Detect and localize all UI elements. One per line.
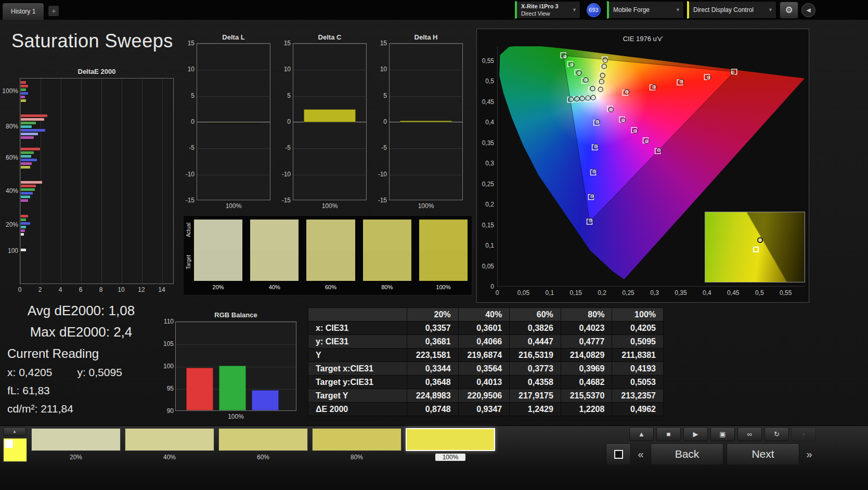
cie-ytick: 0,3: [485, 160, 494, 167]
saturation-swatch-color: [194, 220, 242, 281]
cie-xtick: 0,05: [517, 289, 529, 296]
xy-reading: x: 0,4205 y: 0,5095: [3, 366, 159, 379]
deltae-bar: [21, 162, 32, 165]
row-label: x: CIE31: [308, 321, 407, 335]
actual-color: [306, 220, 355, 250]
deltae-group: 100%: [20, 79, 173, 112]
delta-l-chart: Delta L 151050-5-10-15 100%: [183, 33, 273, 214]
table-cell: 211,8381: [612, 349, 664, 362]
history-tab[interactable]: History 1: [2, 3, 44, 20]
pattern-swatch-100[interactable]: 100%: [406, 428, 495, 461]
table-header-cell: 100%: [612, 308, 664, 321]
table-cell: 220,9506: [458, 389, 510, 403]
pattern-swatch-60[interactable]: 60%: [218, 428, 308, 461]
collapse-toolbar-button[interactable]: ◀: [801, 3, 815, 17]
first-page-icon[interactable]: «: [634, 448, 647, 460]
delta-ytick: 5: [183, 92, 195, 99]
add-tab-button[interactable]: +: [48, 6, 59, 16]
deltae-bar: [21, 96, 25, 98]
cie-ytick: 0,35: [482, 139, 494, 147]
delta-ytick: -5: [375, 144, 387, 151]
table-cell: 224,8983: [407, 389, 459, 403]
rgb-balance-bar: [252, 390, 279, 410]
pattern-swatch-color: [312, 428, 401, 451]
inactive-button[interactable]: ▫: [792, 427, 816, 441]
avg-de2000: Avg dE2000: 1,08: [3, 303, 159, 319]
cie-measure-marker: [598, 87, 603, 92]
delta-ytick: 15: [375, 40, 387, 47]
table-cell: 0,3969: [561, 362, 612, 376]
cie-ytick: 0,2: [485, 201, 494, 208]
stop-button[interactable]: ■: [656, 427, 681, 441]
pattern-window-button[interactable]: [606, 443, 631, 465]
continuous-read-button[interactable]: ∞: [737, 427, 762, 441]
pattern-swatch-20[interactable]: 20%: [31, 428, 121, 461]
meter-dropdown[interactable]: X-Rite i1Pro 3 Direct View ▼: [515, 1, 580, 19]
table-header-cell: 40%: [458, 308, 510, 321]
cie-ytick: 0,15: [482, 222, 494, 229]
page-title: Saturation Sweeps: [11, 30, 173, 52]
pattern-swatch-80[interactable]: 80%: [312, 428, 401, 461]
cie-measure-marker: [652, 85, 656, 89]
delta-l-title: Delta L: [197, 33, 270, 41]
window-pattern-icon: [614, 450, 623, 459]
delta-c-bar: [304, 109, 356, 122]
delta-c-plot: [293, 43, 367, 200]
table-cell: 214,0829: [561, 349, 612, 362]
saturation-swatch-color: [250, 220, 299, 281]
deltae-bar: [21, 155, 31, 158]
cie-measure-marker: [730, 70, 735, 75]
pattern-preview: [3, 438, 27, 462]
top-bar-controls: X-Rite i1Pro 3 Direct View ▼ 693 Mobile …: [515, 0, 815, 20]
cie-xtick: 0,35: [675, 289, 686, 296]
deltae-bar: [21, 215, 28, 217]
repeat-button[interactable]: ↻: [765, 427, 789, 441]
collapse-panel-button[interactable]: ▲: [629, 427, 654, 441]
rgb-balance-title: RGB Balance: [175, 311, 296, 319]
cie-xtick: 0,15: [570, 289, 582, 296]
pattern-swatch-label: 100%: [406, 454, 495, 461]
deltae-group: 100: [20, 246, 173, 282]
rgb-ytick: 105: [160, 340, 174, 347]
saturation-swatch: 80%: [363, 220, 411, 294]
back-button[interactable]: Back: [651, 443, 723, 465]
actual-target-swatch-strip: Actual Target 20%40%60%80%100%: [183, 215, 472, 295]
table-cell: 0,3357: [407, 321, 459, 335]
settings-gear-button[interactable]: ⚙: [780, 2, 798, 19]
deltae-bar: [21, 199, 28, 202]
target-color: [250, 250, 299, 281]
pattern-preview-column: ▲: [3, 427, 27, 462]
deltae-xtick: 8: [99, 286, 103, 293]
cie-measure-marker: [569, 62, 574, 67]
last-page-icon[interactable]: »: [802, 448, 816, 460]
delta-ytick: 15: [279, 40, 291, 47]
display-control-dropdown[interactable]: Direct Display Control ▼: [687, 1, 776, 19]
fl-reading: fL: 61,83: [3, 384, 159, 397]
table-cell: 0,3826: [510, 321, 561, 335]
source-dropdown[interactable]: Mobile Forge ▼: [607, 1, 684, 19]
cie-xtick: 0,5: [755, 289, 764, 296]
table-cell: 0,3601: [458, 321, 510, 335]
pattern-swatch-40[interactable]: 40%: [125, 428, 214, 461]
rgb-ytick: 90: [160, 407, 174, 415]
cie-zoom-inset: [705, 212, 805, 282]
cie-ytick: 0: [490, 283, 494, 290]
next-button[interactable]: Next: [727, 443, 799, 465]
table-cell: 0,4193: [612, 362, 664, 376]
rgb-ytick: 110: [160, 318, 174, 325]
cie-measure-marker: [563, 54, 567, 59]
play-button[interactable]: ▶: [683, 427, 708, 441]
deltae-xtick: 2: [38, 286, 42, 293]
measure-window-button[interactable]: ▣: [710, 427, 735, 441]
cie-xaxis: 00,050,10,150,20,250,30,350,40,450,50,55: [497, 289, 805, 296]
delta-ytick: -10: [375, 171, 387, 178]
cie-measure-marker: [599, 79, 604, 84]
cie-xtick: 0,25: [622, 289, 634, 296]
expand-pattern-button[interactable]: ▲: [3, 427, 26, 436]
deltae2000-plot: 100%80%60%40%20%100: [20, 78, 174, 284]
table-cell: 0,3773: [510, 362, 561, 376]
deltae-bar: [21, 229, 25, 232]
cie-yaxis: 0,550,50,450,40,350,30,250,20,150,10,050: [477, 46, 496, 287]
rgb-balance-xlabel: 100%: [175, 413, 296, 420]
deltae2000-xaxis: 02468101214: [20, 286, 174, 293]
